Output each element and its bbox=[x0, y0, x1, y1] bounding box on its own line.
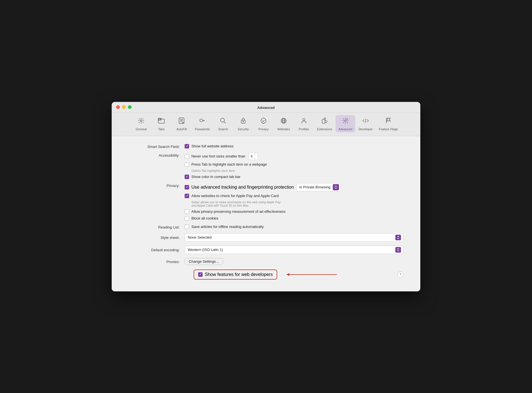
stylesheet-row: Style sheet: None Selected bbox=[129, 233, 403, 242]
apple-pay-checkbox[interactable] bbox=[185, 194, 189, 198]
tab-developer[interactable]: Developer bbox=[356, 115, 375, 132]
stylesheet-value: None Selected bbox=[188, 235, 212, 239]
privacy-icon bbox=[260, 117, 267, 127]
tab-autofill[interactable]: AutoFill bbox=[172, 115, 191, 132]
tab-privacy[interactable]: Privacy bbox=[254, 115, 273, 132]
autofill-icon bbox=[178, 117, 185, 127]
tracking-select[interactable]: in Private Browsing bbox=[296, 183, 341, 191]
press-tab-row: Press Tab to highlight each item on a we… bbox=[185, 162, 403, 167]
security-label: Security bbox=[238, 127, 249, 131]
svg-point-16 bbox=[303, 118, 305, 121]
developer-label: Developer bbox=[359, 127, 373, 131]
show-color-text: Show color in compact tab bar bbox=[191, 175, 240, 179]
reading-list-row: Reading List: Save articles for offline … bbox=[129, 225, 403, 229]
maximize-button[interactable] bbox=[128, 105, 132, 109]
svg-point-8 bbox=[221, 118, 224, 122]
tracking-row: Use advanced tracking and fingerprinting… bbox=[185, 183, 403, 191]
press-tab-checkbox[interactable] bbox=[185, 162, 189, 167]
svg-rect-17 bbox=[322, 120, 325, 123]
font-size-select[interactable]: 9 ⌃⌄ bbox=[249, 153, 258, 160]
search-label: Search bbox=[218, 127, 228, 131]
reading-list-content: Save articles for offline reading automa… bbox=[185, 225, 403, 229]
tab-websites[interactable]: Websites bbox=[274, 115, 293, 132]
passwords-icon bbox=[198, 117, 206, 127]
tab-security[interactable]: Security bbox=[233, 115, 253, 132]
arrow-annotation bbox=[282, 272, 338, 277]
change-settings-button[interactable]: Change Settings... bbox=[185, 258, 223, 265]
privacy-row: Privacy: Use advanced tracking and finge… bbox=[129, 183, 403, 221]
block-cookies-row: Block all cookies bbox=[185, 216, 403, 221]
titlebar: Advanced bbox=[112, 102, 420, 113]
tab-feature-flags[interactable]: Feature Flags bbox=[376, 115, 401, 132]
accessibility-content: Never use font sizes smaller than 9 ⌃⌄ P… bbox=[185, 153, 403, 179]
svg-point-7 bbox=[200, 119, 203, 122]
show-color-checkbox[interactable] bbox=[185, 175, 189, 179]
settings-content: Smart Search Field: Show full website ad… bbox=[112, 136, 420, 291]
smart-search-row: Smart Search Field: Show full website ad… bbox=[129, 144, 403, 149]
reading-list-label: Reading List: bbox=[129, 225, 185, 229]
encoding-select[interactable]: Western (ISO Latin 1) bbox=[185, 246, 403, 254]
websites-icon bbox=[280, 117, 288, 127]
svg-point-10 bbox=[243, 121, 244, 122]
tab-advanced[interactable]: Advanced bbox=[336, 115, 355, 132]
tab-general[interactable]: General bbox=[131, 115, 151, 132]
privacy-label: Privacy: bbox=[129, 183, 185, 188]
tab-tabs[interactable]: Tabs bbox=[152, 115, 171, 132]
never-font-text: Never use font sizes smaller than bbox=[191, 154, 245, 158]
apple-pay-hint: Safari allows you to make purchases on t… bbox=[191, 200, 403, 207]
stylesheet-select[interactable]: None Selected bbox=[185, 233, 403, 242]
annotation-arrow bbox=[282, 272, 338, 277]
encoding-label: Default encoding: bbox=[129, 247, 185, 252]
tab-extensions[interactable]: Extensions bbox=[314, 115, 335, 132]
ad-measurement-checkbox[interactable] bbox=[185, 209, 189, 214]
tabs-icon bbox=[157, 117, 165, 127]
smart-search-label: Smart Search Field: bbox=[129, 144, 185, 149]
websites-label: Websites bbox=[277, 127, 290, 131]
traffic-lights bbox=[116, 105, 132, 109]
passwords-label: Passwords bbox=[195, 127, 210, 131]
show-features-checkbox[interactable] bbox=[198, 272, 203, 277]
extensions-icon bbox=[321, 117, 329, 127]
close-button[interactable] bbox=[116, 105, 120, 109]
tracking-checkbox[interactable] bbox=[185, 185, 189, 189]
privacy-label: Privacy bbox=[258, 127, 269, 131]
svg-point-0 bbox=[140, 120, 142, 122]
show-color-row: Show color in compact tab bar bbox=[185, 175, 403, 179]
encoding-select-arrows bbox=[395, 247, 401, 253]
tab-profiles[interactable]: Profiles bbox=[294, 115, 314, 132]
stylesheet-content: None Selected bbox=[185, 233, 403, 242]
proxies-row: Proxies: Change Settings... bbox=[129, 258, 403, 265]
show-features-wrapper: Show features for web developers bbox=[194, 269, 277, 280]
option-tab-hint: Option-Tab highlights each item. bbox=[191, 169, 403, 172]
encoding-content: Western (ISO Latin 1) bbox=[185, 246, 403, 254]
tracking-text: Use advanced tracking and fingerprinting… bbox=[191, 185, 294, 190]
svg-point-18 bbox=[345, 120, 346, 122]
svg-rect-1 bbox=[158, 119, 164, 123]
developer-row: Show features for web developers ? bbox=[129, 269, 403, 280]
general-label: General bbox=[136, 127, 147, 131]
feature-flags-label: Feature Flags bbox=[379, 127, 398, 131]
save-articles-text: Save articles for offline reading automa… bbox=[191, 225, 264, 229]
proxies-label: Proxies: bbox=[129, 259, 185, 264]
encoding-row: Default encoding: Western (ISO Latin 1) bbox=[129, 246, 403, 254]
save-articles-checkbox[interactable] bbox=[185, 225, 189, 229]
privacy-content: Use advanced tracking and fingerprinting… bbox=[185, 183, 403, 221]
font-size-value: 9 bbox=[251, 154, 253, 158]
show-full-address-checkbox[interactable] bbox=[185, 144, 189, 148]
apple-pay-row: Allow websites to check for Apple Pay an… bbox=[185, 194, 403, 198]
tab-search[interactable]: Search bbox=[213, 115, 233, 132]
security-icon bbox=[239, 117, 247, 127]
toolbar: General Tabs A bbox=[112, 113, 420, 136]
advanced-icon bbox=[341, 117, 349, 127]
tabs-label: Tabs bbox=[158, 127, 165, 131]
never-font-checkbox[interactable] bbox=[185, 154, 189, 159]
accessibility-row: Accessibility: Never use font sizes smal… bbox=[129, 153, 403, 179]
proxies-content: Change Settings... bbox=[185, 258, 403, 265]
block-cookies-checkbox[interactable] bbox=[185, 216, 189, 221]
tracking-select-value: in Private Browsing bbox=[299, 185, 331, 189]
tab-passwords[interactable]: Passwords bbox=[192, 115, 213, 132]
developer-icon bbox=[362, 117, 370, 127]
profiles-icon bbox=[300, 117, 308, 127]
minimize-button[interactable] bbox=[122, 105, 126, 109]
help-button[interactable]: ? bbox=[397, 271, 403, 278]
